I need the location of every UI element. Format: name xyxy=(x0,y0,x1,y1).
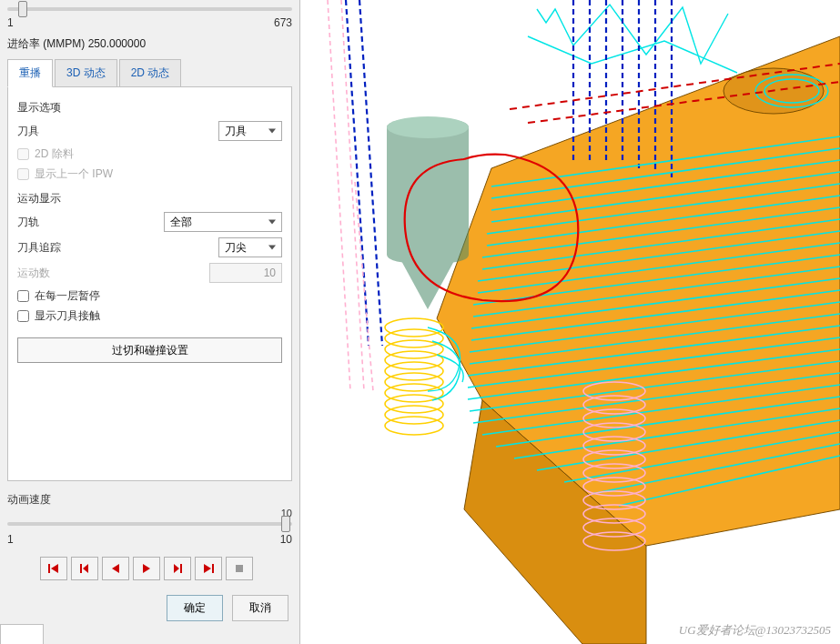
toolpath-visualization xyxy=(300,0,840,644)
remove-2d-checkbox: 2D 除料 xyxy=(17,146,282,162)
svg-point-61 xyxy=(385,373,443,391)
svg-rect-7 xyxy=(180,564,182,573)
svg-point-78 xyxy=(387,116,469,138)
tab-content-replay: 显示选项 刀具 刀具 2D 除料 显示上一个 IPW 运动显示 刀轨 全部 刀具… xyxy=(7,87,292,481)
step-forward-button[interactable] xyxy=(164,557,191,580)
speed-value: 10 xyxy=(7,508,292,518)
frame-max: 673 xyxy=(274,16,292,29)
playback-controls xyxy=(40,557,292,580)
svg-point-59 xyxy=(385,351,443,369)
svg-rect-0 xyxy=(48,564,50,573)
tool-trace-select[interactable]: 刀尖 xyxy=(218,237,282,257)
motion-display-header: 运动显示 xyxy=(17,191,282,206)
speed-slider[interactable] xyxy=(7,522,292,526)
gouge-collision-settings-button[interactable]: 过切和碰撞设置 xyxy=(17,337,282,363)
toolpath-label: 刀轨 xyxy=(17,215,39,230)
svg-line-25 xyxy=(328,0,350,391)
svg-rect-9 xyxy=(212,564,214,573)
show-prev-ipw-checkbox: 显示上一个 IPW xyxy=(17,166,282,182)
anim-speed-label: 动画速度 xyxy=(7,492,292,508)
show-tool-contact-checkbox[interactable]: 显示刀具接触 xyxy=(17,308,282,324)
svg-line-15 xyxy=(359,0,382,346)
svg-point-58 xyxy=(385,340,443,358)
frame-min: 1 xyxy=(7,16,14,29)
svg-rect-2 xyxy=(80,564,82,573)
tool-select[interactable]: 刀具 xyxy=(218,121,282,141)
ok-button[interactable]: 确定 xyxy=(167,595,223,621)
play-forward-button[interactable] xyxy=(133,557,160,580)
svg-marker-1 xyxy=(51,564,58,573)
toolpath-select[interactable]: 全部 xyxy=(164,212,282,232)
svg-marker-4 xyxy=(112,564,119,573)
stop-button[interactable] xyxy=(226,557,253,580)
svg-marker-3 xyxy=(83,564,88,573)
speed-min: 1 xyxy=(7,533,14,546)
feedrate-label: 进给率 (MMPM) 250.000000 xyxy=(7,36,292,52)
svg-point-56 xyxy=(385,318,443,337)
svg-point-57 xyxy=(385,329,443,347)
svg-marker-5 xyxy=(143,564,150,573)
motion-count-input xyxy=(209,263,282,283)
svg-marker-8 xyxy=(204,564,211,573)
viewport-3d[interactable]: UG爱好者论坛@13023732505 xyxy=(300,0,840,644)
step-back-button[interactable] xyxy=(71,557,98,580)
svg-point-64 xyxy=(385,406,443,424)
svg-point-63 xyxy=(385,395,443,413)
svg-marker-6 xyxy=(174,564,179,573)
go-start-button[interactable] xyxy=(40,557,67,580)
go-end-button[interactable] xyxy=(195,557,222,580)
svg-line-14 xyxy=(346,0,369,346)
frame-slider[interactable]: 1 673 xyxy=(7,7,292,29)
speed-max: 10 xyxy=(280,533,292,546)
motion-count-label: 运动数 xyxy=(17,266,50,281)
tool-label: 刀具 xyxy=(17,124,39,139)
watermark: UG爱好者论坛@13023732505 xyxy=(679,622,831,639)
svg-point-60 xyxy=(385,362,443,380)
play-reverse-button[interactable] xyxy=(102,557,129,580)
tab-3d-dynamic[interactable]: 3D 动态 xyxy=(55,59,117,86)
svg-point-65 xyxy=(385,417,443,435)
cancel-button[interactable]: 取消 xyxy=(232,595,288,621)
tab-bar: 重播 3D 动态 2D 动态 xyxy=(7,59,292,87)
svg-line-26 xyxy=(341,0,364,391)
svg-rect-10 xyxy=(236,565,243,572)
tab-replay[interactable]: 重播 xyxy=(7,59,53,87)
bottom-tab[interactable] xyxy=(0,624,44,644)
tool-trace-label: 刀具追踪 xyxy=(17,240,61,256)
display-options-header: 显示选项 xyxy=(17,100,282,116)
pause-each-layer-checkbox[interactable]: 在每一层暂停 xyxy=(17,288,282,304)
tab-2d-dynamic[interactable]: 2D 动态 xyxy=(119,59,182,86)
